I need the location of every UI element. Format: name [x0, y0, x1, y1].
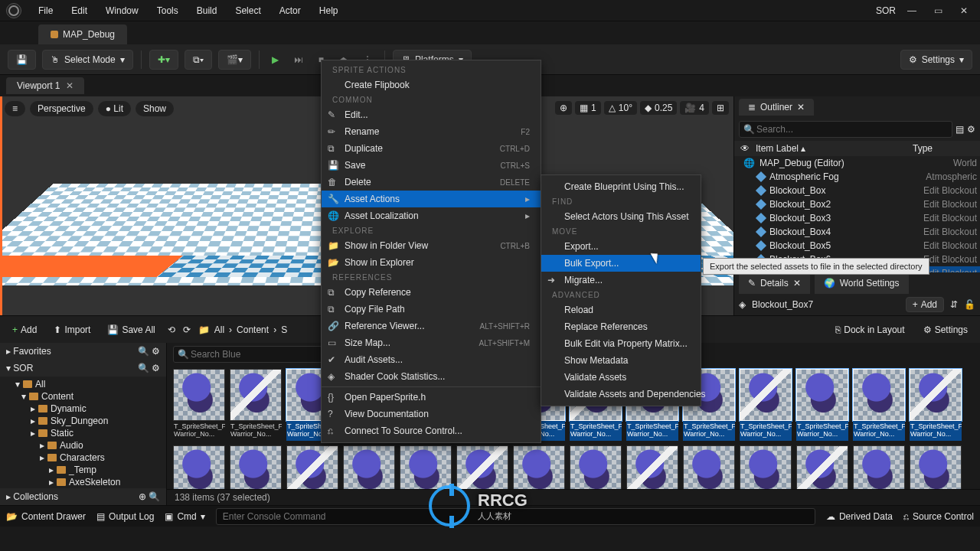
mi-export[interactable]: Export... [541, 238, 701, 255]
asset-tile[interactable]: T_SpriteSheet [343, 445, 395, 489]
mi-size-map[interactable]: ▭Size Map...ALT+SHIFT+M [322, 334, 541, 351]
maximize-viewport-button[interactable]: ⊞ [712, 101, 729, 115]
add-content-button[interactable]: ✚▾ [149, 50, 178, 70]
cinematics-button[interactable]: 🎬▾ [218, 50, 251, 70]
mi-validate-deps[interactable]: Validate Assets and Dependencies [541, 386, 701, 403]
mi-asset-loc[interactable]: 🌐Asset Localization▸ [322, 207, 541, 224]
tree-node[interactable]: ▸AxeSkeleton [0, 476, 166, 488]
asset-tile[interactable]: T_SpriteSheet_Female Warrior_No... [910, 369, 962, 441]
mi-edit[interactable]: ✎Edit... [322, 106, 541, 123]
camera-speed-button[interactable]: 🎥 4 [680, 101, 709, 115]
perspective-button[interactable]: Perspective [30, 101, 93, 116]
asset-tile[interactable]: T_SpriteSheet_Female Warrior_No... [796, 369, 848, 441]
add-component-button[interactable]: + Add [906, 297, 944, 312]
menu-tools[interactable]: Tools [148, 0, 188, 21]
mi-validate[interactable]: Validate Assets [541, 369, 701, 386]
outliner-row[interactable]: Blockout_Box4Edit Blockout [734, 225, 980, 239]
mi-save[interactable]: 💾SaveCTRL+S [322, 157, 541, 174]
cb-add-button[interactable]: + Add [8, 321, 41, 338]
asset-tile[interactable]: T_SpriteSheet [853, 445, 905, 489]
menu-build[interactable]: Build [188, 0, 227, 21]
asset-tile[interactable]: T_SpriteSheet_Female Warrior_No... [853, 369, 905, 441]
search-icon[interactable]: 🔍 [138, 363, 149, 373]
favorites-section[interactable]: Favorites [13, 346, 51, 357]
gear-icon[interactable]: ⚙ [152, 346, 160, 357]
cmd-button[interactable]: ▣ Cmd ▾ [165, 511, 204, 522]
menu-help[interactable]: Help [310, 0, 348, 21]
menu-select[interactable]: Select [226, 0, 270, 21]
mi-view-doc[interactable]: ?View Documentation [322, 406, 541, 422]
skip-button[interactable]: ⏭ [289, 51, 308, 68]
asset-tile[interactable]: T_SpriteSheet [683, 445, 735, 489]
add-icon[interactable]: ⊕ [139, 491, 146, 502]
mi-duplicate[interactable]: ⧉DuplicateCTRL+D [322, 140, 541, 157]
col-item[interactable]: Item Label ▴ [756, 143, 913, 154]
hierarchy-icon[interactable]: ⇵ [950, 299, 958, 310]
tree-all[interactable]: ▾All [0, 378, 166, 390]
crumb-leaf[interactable]: S [281, 324, 287, 335]
viewport-tab[interactable]: Viewport 1 ✕ [6, 77, 84, 94]
tree-node[interactable]: ▸Sky_Dungeon [0, 415, 166, 427]
mi-select-actors[interactable]: Select Actors Using This Asset [541, 208, 701, 225]
crumb-content[interactable]: Content [237, 324, 269, 335]
gear-icon[interactable]: ⚙ [152, 363, 160, 373]
asset-tile[interactable]: T_SpriteSheet [570, 445, 622, 489]
minimize-button[interactable]: — [902, 3, 922, 18]
history-back-button[interactable]: ⟲ [168, 324, 175, 335]
asset-tile[interactable]: T_SpriteSheet [230, 445, 282, 489]
asset-tile[interactable]: T_SpriteSheet [286, 445, 338, 489]
settings-button[interactable]: ⚙ Settings ▾ [900, 50, 972, 70]
mi-create-flipbook[interactable]: Create Flipbook [322, 77, 541, 93]
outliner-row[interactable]: Blockout_Box5Edit Blockout [734, 239, 980, 253]
close-icon[interactable]: ✕ [797, 102, 805, 112]
level-tab[interactable]: MAP_Debug [38, 24, 127, 44]
marketplace-button[interactable]: ⧉▾ [185, 50, 212, 70]
tree-content[interactable]: ▾Content [0, 390, 166, 403]
derived-data-button[interactable]: ☁ Derived Data [826, 511, 893, 522]
history-fwd-button[interactable]: ⟳ [183, 324, 191, 335]
asset-tile[interactable]: T_SpriteSheet [513, 445, 565, 489]
tree-node[interactable]: ▸Static [0, 427, 166, 439]
cb-import-button[interactable]: ⬆ Import [49, 321, 95, 338]
close-button[interactable]: ✕ [954, 3, 974, 18]
mi-reload[interactable]: Reload [541, 302, 701, 318]
mi-show-folder[interactable]: 📁Show in Folder ViewCTRL+B [322, 237, 541, 254]
mi-connect-src[interactable]: ⎌Connect To Source Control... [322, 422, 541, 439]
search-icon[interactable]: 🔍 [138, 346, 149, 357]
tree-node[interactable]: ▸Characters [0, 452, 166, 464]
collections-section[interactable]: Collections [13, 491, 58, 502]
asset-search-input[interactable] [173, 346, 326, 363]
close-icon[interactable]: ✕ [793, 278, 801, 289]
tree-node[interactable]: ▸Audio [0, 439, 166, 452]
scale-snap-button[interactable]: ◆ 0.25 [640, 101, 677, 115]
gear-icon[interactable]: ⚙ [967, 124, 975, 135]
mi-bulk-edit[interactable]: Bulk Edit via Property Matrix... [541, 335, 701, 352]
output-log-button[interactable]: ▤ Output Log [96, 511, 154, 522]
content-drawer-button[interactable]: 📂 Content Drawer [6, 511, 86, 522]
asset-tile[interactable]: T_SpriteSheet_Female Warrior_No... [173, 369, 225, 441]
asset-tile[interactable]: T_SpriteSheet [400, 445, 452, 489]
grid-button[interactable]: ▦ 1 [575, 101, 601, 115]
close-icon[interactable]: ✕ [66, 80, 74, 91]
outliner-search-input[interactable] [739, 121, 952, 138]
world-settings-tab[interactable]: 🌍 World Settings [815, 272, 909, 294]
mi-bulk-export[interactable]: Bulk Export... [541, 255, 701, 272]
mi-audit[interactable]: ✔Audit Assets... [322, 351, 541, 368]
outliner-row[interactable]: Blockout_BoxEdit Blockout [734, 184, 980, 197]
asset-tile[interactable]: T_SpriteSheet [456, 445, 508, 489]
col-type[interactable]: Type [913, 143, 974, 154]
lit-button[interactable]: ● Lit [98, 101, 131, 116]
lock-icon[interactable]: 🔓 [964, 299, 975, 310]
menu-edit[interactable]: Edit [62, 0, 96, 21]
asset-tile[interactable]: T_SpriteSheet [173, 445, 225, 489]
show-button[interactable]: Show [136, 101, 174, 116]
snap-button[interactable]: ⊕ [555, 101, 572, 115]
mi-migrate[interactable]: ➜Migrate... [541, 272, 701, 289]
outliner-root[interactable]: 🌐 MAP_Debug (Editor) World [734, 156, 980, 170]
mi-show-explorer[interactable]: 📂Show in Explorer [322, 254, 541, 271]
viewport-options-button[interactable]: ≡ [5, 101, 25, 116]
tree-node[interactable]: ▸_Temp [0, 464, 166, 476]
tree-node[interactable]: ▸Dynamic [0, 403, 166, 415]
mi-delete[interactable]: 🗑DeleteDELETE [322, 174, 541, 191]
save-level-button[interactable]: 💾 [8, 50, 36, 70]
